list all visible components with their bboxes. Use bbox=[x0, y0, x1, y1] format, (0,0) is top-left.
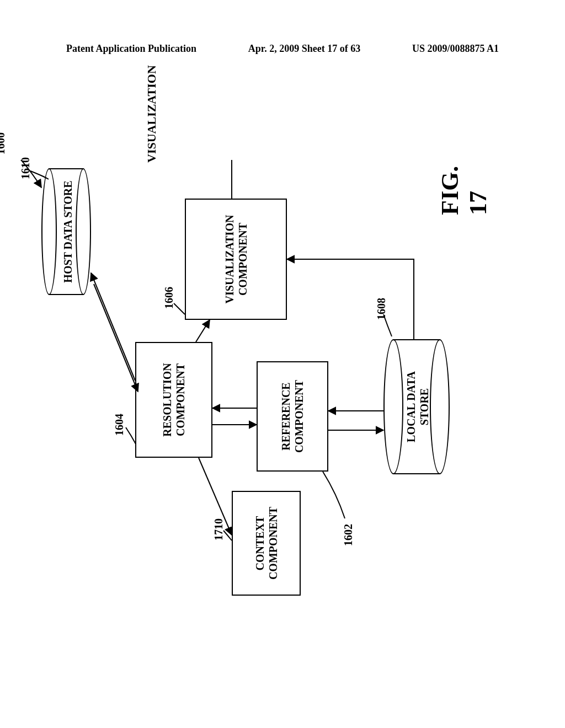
context-l2: COMPONENT bbox=[266, 507, 280, 580]
context-component-box: CONTEXT COMPONENT bbox=[232, 491, 301, 596]
ref-1606: 1606 bbox=[163, 287, 175, 309]
local-store-l1: LOCAL DATA bbox=[404, 371, 418, 442]
resolution-l1: RESOLUTION bbox=[161, 363, 174, 436]
ref-1602: 1602 bbox=[342, 524, 355, 546]
visualization-output-label: VISUALIZATION bbox=[145, 65, 159, 163]
host-store-label: HOST DATA STORE bbox=[61, 180, 74, 282]
context-l1: CONTEXT bbox=[253, 516, 266, 571]
ref-1610: 1610 bbox=[19, 157, 32, 179]
ref-1608: 1608 bbox=[375, 298, 388, 320]
resolution-l2: COMPONENT bbox=[174, 363, 187, 436]
host-data-store-cylinder: HOST DATA STORE bbox=[41, 168, 91, 295]
ref-1600: 1600 bbox=[0, 132, 7, 154]
reference-l2: COMPONENT bbox=[292, 380, 306, 453]
header-left: Patent Application Publication bbox=[66, 43, 196, 55]
header-center: Apr. 2, 2009 Sheet 17 of 63 bbox=[248, 43, 360, 55]
reference-component-box: REFERENCE COMPONENT bbox=[257, 361, 328, 472]
figure-diagram: HOST DATA STORE 1610 1600 RESOLUTION COM… bbox=[0, 160, 565, 612]
svg-line-1 bbox=[94, 284, 138, 392]
resolution-component-box: RESOLUTION COMPONENT bbox=[135, 342, 212, 458]
page-header: Patent Application Publication Apr. 2, 2… bbox=[0, 43, 565, 55]
ref-1604: 1604 bbox=[113, 414, 126, 436]
viz-l1: VISUALIZATION bbox=[223, 215, 236, 304]
svg-line-0 bbox=[91, 273, 135, 381]
local-store-l2: STORE bbox=[418, 388, 431, 425]
ref-1710: 1710 bbox=[212, 518, 225, 540]
local-data-store-cylinder: LOCAL DATA STORE bbox=[383, 339, 450, 474]
svg-line-5 bbox=[196, 320, 210, 342]
visualization-component-box: VISUALIZATION COMPONENT bbox=[185, 199, 287, 320]
header-right: US 2009/0088875 A1 bbox=[412, 43, 499, 55]
figure-number-label: FIG. 17 bbox=[436, 160, 492, 215]
reference-l1: REFERENCE bbox=[279, 382, 292, 450]
viz-l2: COMPONENT bbox=[236, 223, 249, 296]
